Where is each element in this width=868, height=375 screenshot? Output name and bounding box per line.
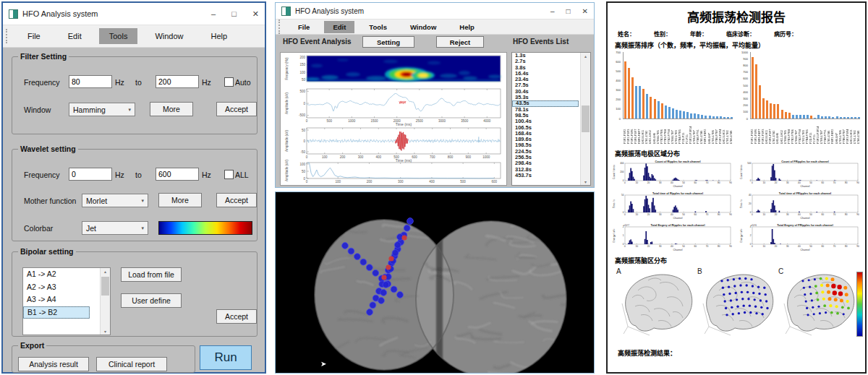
- bipolar-listbox[interactable]: A1 -> A2A2 -> A3A3 -> A4B1 -> B2B2 -> B3…: [22, 267, 111, 335]
- list-item[interactable]: A2 -> A3: [23, 281, 110, 294]
- brain-3d-panel[interactable]: ➤: [275, 191, 595, 374]
- scrollbar-thumb[interactable]: [101, 277, 109, 296]
- filter-accept-button[interactable]: Accept: [216, 102, 257, 116]
- bar: [781, 110, 783, 118]
- filter-freq-from-input[interactable]: [69, 75, 112, 88]
- settings-window: HFO Analysis system – □ ✕ FileEditToolsW…: [1, 1, 266, 374]
- wavelet-freq-from-input[interactable]: [69, 168, 112, 181]
- patient-info-row: 姓名：性别：年龄：临床诊断：病历号：: [618, 30, 858, 38]
- clinical-report-button[interactable]: Clinical report: [96, 357, 167, 371]
- svg-text:40: 40: [798, 245, 801, 248]
- scroll-down-icon[interactable]: ▾: [101, 329, 110, 334]
- events-listbox[interactable]: 1.3s2.7s3.8s16.4s23.4s27.5s30.4s35.3s43.…: [511, 52, 591, 186]
- all-checkbox[interactable]: [224, 170, 234, 179]
- bar: [777, 104, 779, 118]
- chevron-down-icon: ▾: [128, 107, 131, 113]
- minimize-button[interactable]: –: [550, 7, 555, 15]
- bar: [631, 77, 634, 118]
- bar: [796, 115, 798, 118]
- scroll-up-icon[interactable]: ▴: [581, 53, 590, 59]
- svg-text:40: 40: [798, 181, 801, 184]
- events-list-label: HFO Events List: [513, 38, 569, 46]
- svg-text:2: 2: [623, 225, 624, 228]
- bipolar-scrollbar[interactable]: ▴ ▾: [100, 268, 110, 335]
- setting-button[interactable]: Setting: [362, 36, 414, 48]
- wavelet-more-button[interactable]: More: [158, 193, 202, 207]
- svg-text:800: 800: [448, 155, 454, 159]
- patient-field-label: 姓名：: [618, 30, 635, 38]
- svg-text:20: 20: [775, 245, 778, 248]
- menu-help[interactable]: Help: [451, 21, 483, 33]
- maximize-button[interactable]: □: [566, 7, 571, 15]
- bipolar-accept-button[interactable]: Accept: [216, 309, 257, 324]
- y-tick-label: 600: [612, 60, 621, 64]
- title-bar[interactable]: HFO Analysis system – □ ✕: [3, 3, 265, 25]
- channel-histogram: Total Engery of FRipples for each channe…: [739, 223, 864, 254]
- scroll-down-icon[interactable]: ▾: [581, 179, 590, 184]
- scrollbar-thumb[interactable]: [582, 105, 590, 132]
- svg-text:Energy / uV²: Energy / uV²: [613, 228, 616, 243]
- x-tick-label: LH6-LH7: [708, 120, 712, 144]
- y-tick-label: 500: [739, 84, 748, 87]
- maximize-button[interactable]: □: [231, 9, 237, 19]
- user-define-button[interactable]: User define: [121, 293, 182, 308]
- menu-file[interactable]: File: [289, 21, 318, 33]
- app-icon: [281, 7, 291, 16]
- jet-colorbar-preview: [158, 221, 252, 235]
- auto-checkbox[interactable]: [224, 77, 234, 87]
- load-from-file-button[interactable]: Load from file: [121, 267, 182, 282]
- x-tick-label: P7B3-P7B4: [788, 120, 791, 144]
- menu-edit[interactable]: Edit: [58, 28, 92, 44]
- minimize-button[interactable]: –: [211, 9, 216, 19]
- y-tick-label: 0: [612, 117, 621, 121]
- wavelet-accept-button[interactable]: Accept: [216, 193, 257, 207]
- svg-text:70: 70: [706, 245, 709, 248]
- svg-text:20: 20: [647, 245, 650, 248]
- list-item[interactable]: A1 -> A2: [23, 268, 110, 281]
- bar: [727, 117, 729, 118]
- menu-help[interactable]: Help: [201, 28, 238, 44]
- list-item[interactable]: 43.5s: [512, 100, 579, 106]
- colorbar-dropdown[interactable]: Jet ▾: [82, 221, 148, 235]
- svg-text:Total Engery of Ripples for ea: Total Engery of Ripples for each channel: [650, 223, 705, 227]
- menu-edit[interactable]: Edit: [324, 21, 354, 33]
- brain-figure-b: B: [697, 269, 777, 341]
- list-item[interactable]: 453.7s: [512, 173, 590, 178]
- menu-window[interactable]: Window: [401, 21, 445, 33]
- menu-window[interactable]: Window: [145, 28, 193, 44]
- scroll-up-icon[interactable]: ▴: [101, 269, 110, 274]
- svg-text:60: 60: [822, 245, 825, 248]
- window-dropdown[interactable]: Hamming ▾: [69, 103, 135, 116]
- close-button[interactable]: ✕: [582, 7, 588, 15]
- svg-text:Amplitude (uV): Amplitude (uV): [285, 130, 289, 152]
- run-button[interactable]: Run: [200, 345, 252, 370]
- bar: [686, 112, 689, 118]
- bar: [639, 86, 641, 118]
- svg-text:Energy / uV²: Energy / uV²: [740, 228, 743, 243]
- title-bar[interactable]: HFO Analysis system – □ ✕: [276, 3, 594, 20]
- list-item[interactable]: A3 -> A4: [23, 293, 110, 306]
- menu-tools[interactable]: Tools: [360, 21, 396, 33]
- bar: [766, 100, 768, 118]
- events-scrollbar[interactable]: ▴ ▾: [580, 53, 590, 185]
- bar: [799, 115, 801, 118]
- window-label: Window: [24, 105, 51, 114]
- list-item[interactable]: B1 -> B2: [23, 306, 90, 319]
- menu-tools[interactable]: Tools: [99, 28, 138, 44]
- svg-text:60: 60: [694, 213, 697, 216]
- wavelet-freq-to-input[interactable]: [156, 168, 199, 181]
- svg-text:Total Engery of FRipples for e: Total Engery of FRipples for each channe…: [777, 223, 833, 227]
- filter-more-button[interactable]: More: [150, 102, 193, 116]
- analysis-result-button[interactable]: Analysis result: [18, 357, 89, 371]
- menu-file[interactable]: File: [17, 28, 51, 44]
- bar: [658, 101, 660, 118]
- svg-text:100: 100: [335, 180, 341, 184]
- bar: [694, 113, 696, 118]
- close-button[interactable]: ✕: [252, 9, 259, 19]
- svg-text:0: 0: [624, 181, 626, 184]
- svg-text:20: 20: [749, 202, 752, 205]
- filter-freq-to-input[interactable]: [156, 75, 199, 88]
- reject-button[interactable]: Reject: [436, 36, 484, 48]
- mother-function-dropdown[interactable]: Morlet ▾: [82, 194, 148, 207]
- svg-text:0: 0: [306, 119, 308, 123]
